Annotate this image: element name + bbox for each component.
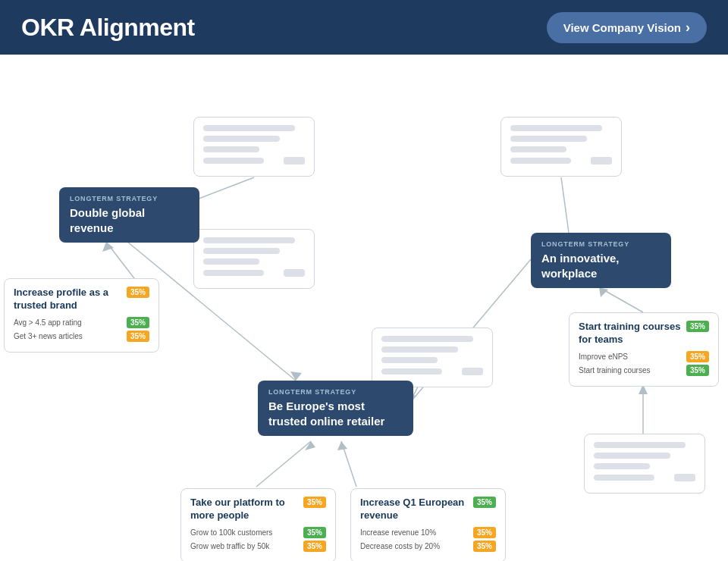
kr-badge-q1-1: 35%: [473, 527, 496, 538]
kr-row-q1-1: Increase revenue 10% 35%: [360, 527, 496, 538]
okr-header-platform: Take our platform to more people 35%: [190, 497, 326, 522]
svg-marker-5: [102, 242, 114, 252]
kr-text-training-1: Improve eNPS: [579, 353, 628, 361]
kr-badge-platform-2: 35%: [303, 541, 326, 552]
okr-badge-training: 35%: [686, 321, 709, 332]
kr-row-q1-2: Decrease costs by 20% 35%: [360, 541, 496, 552]
kr-badge-brand-2: 35%: [127, 331, 149, 342]
kr-row-platform-1: Grow to 100k customers 35%: [190, 527, 326, 538]
kr-badge-training-2: 35%: [686, 365, 709, 376]
svg-marker-3: [290, 371, 302, 381]
strategy-title-innovation: An innovative, workplace: [541, 251, 661, 280]
svg-line-8: [341, 441, 356, 487]
kr-text-platform-1: Grow to 100k customers: [190, 528, 272, 537]
okr-canvas: LONGTERM STRATEGY Double global revenue …: [0, 55, 728, 561]
strategy-label-innovation: LONGTERM STRATEGY: [541, 240, 661, 248]
strategy-label-revenue: LONGTERM STRATEGY: [70, 195, 189, 202]
kr-badge-platform-1: 35%: [303, 527, 326, 538]
strategy-node-central[interactable]: LONGTERM STRATEGY Be Europe's most trust…: [258, 381, 413, 436]
kr-text-training-2: Start training courses: [579, 366, 651, 375]
kr-badge-training-1: 35%: [686, 351, 709, 362]
okr-card-platform[interactable]: Take our platform to more people 35% Gro…: [180, 488, 336, 561]
okr-title-q1-revenue: Increase Q1 European revenue: [360, 497, 469, 522]
okr-header-brand: Increase profile as a trusted brand 35%: [14, 287, 149, 312]
company-vision-button[interactable]: View Company Vision ›: [547, 12, 707, 43]
kr-text-brand-2: Get 3+ news articles: [14, 332, 83, 340]
svg-marker-7: [305, 441, 315, 450]
okr-card-training[interactable]: Start training courses for teams 35% Imp…: [569, 312, 719, 387]
kr-badge-q1-2: 35%: [473, 541, 496, 552]
placeholder-card-5: [584, 434, 705, 494]
okr-header-q1-revenue: Increase Q1 European revenue 35%: [360, 497, 496, 522]
kr-badge-brand-1: 35%: [127, 317, 149, 328]
company-vision-label: View Company Vision: [563, 21, 681, 34]
kr-text-brand-1: Avg > 4.5 app rating: [14, 318, 82, 327]
okr-card-brand[interactable]: Increase profile as a trusted brand 35% …: [4, 278, 159, 353]
okr-header-training: Start training courses for teams 35%: [579, 321, 709, 346]
strategy-node-innovation[interactable]: LONGTERM STRATEGY An innovative, workpla…: [531, 233, 671, 288]
okr-title-platform: Take our platform to more people: [190, 497, 299, 522]
okr-badge-platform: 35%: [303, 497, 326, 508]
okr-badge-brand: 35%: [127, 287, 149, 298]
kr-text-q1-1: Increase revenue 10%: [360, 528, 436, 537]
okr-badge-q1-revenue: 35%: [473, 497, 496, 508]
okr-title-training: Start training courses for teams: [579, 321, 682, 346]
placeholder-card-1: [193, 117, 315, 177]
kr-row-training-2: Start training courses 35%: [579, 365, 709, 376]
okr-title-brand: Increase profile as a trusted brand: [14, 287, 122, 312]
placeholder-card-2: [193, 229, 315, 289]
kr-row-platform-2: Grow web traffic by 50k 35%: [190, 541, 326, 552]
kr-text-platform-2: Grow web traffic by 50k: [190, 542, 269, 550]
okr-card-q1-revenue[interactable]: Increase Q1 European revenue 35% Increas…: [350, 488, 506, 561]
svg-line-6: [256, 441, 311, 487]
app-header: OKR Alignment View Company Vision ›: [0, 0, 728, 55]
kr-row-brand-1: Avg > 4.5 app rating 35%: [14, 317, 149, 328]
svg-line-14: [599, 287, 643, 312]
kr-row-brand-2: Get 3+ news articles 35%: [14, 331, 149, 342]
chevron-right-icon: ›: [686, 20, 690, 36]
kr-text-q1-2: Decrease costs by 20%: [360, 542, 440, 550]
strategy-label-central: LONGTERM STRATEGY: [268, 388, 403, 396]
strategy-node-revenue[interactable]: LONGTERM STRATEGY Double global revenue: [59, 187, 199, 243]
svg-marker-9: [337, 441, 347, 450]
placeholder-card-4: [500, 117, 622, 177]
strategy-title-revenue: Double global revenue: [70, 205, 189, 235]
page-title: OKR Alignment: [21, 14, 195, 42]
kr-row-training-1: Improve eNPS 35%: [579, 351, 709, 362]
svg-line-11: [561, 177, 569, 233]
placeholder-card-3: [372, 328, 493, 387]
strategy-title-central: Be Europe's most trusted online retailer: [268, 399, 403, 428]
svg-marker-15: [599, 287, 608, 297]
